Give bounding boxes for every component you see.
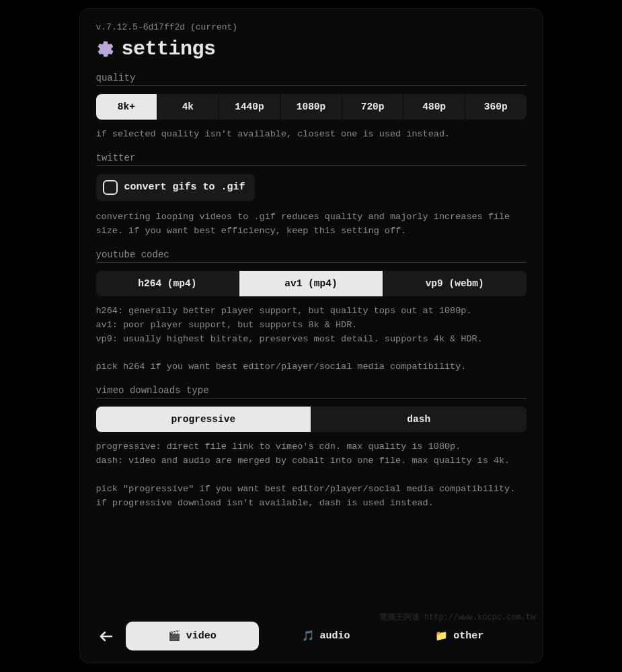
quality-option[interactable]: 4k: [157, 94, 219, 120]
tab-audio[interactable]: 🎵audio: [259, 622, 393, 650]
page-title: settings: [122, 38, 216, 60]
codec-option[interactable]: av1 (mp4): [239, 271, 383, 296]
tabs: 🎬video🎵audio📁other: [126, 622, 527, 650]
quality-option[interactable]: 8k+: [96, 94, 157, 120]
checkbox-box-icon: [103, 180, 118, 195]
twitter-gif-checkbox-label: convert gifs to .gif: [124, 181, 245, 193]
tab-other[interactable]: 📁other: [393, 622, 527, 650]
quality-option[interactable]: 1440p: [219, 94, 280, 120]
title-row: settings: [96, 38, 527, 60]
twitter-help: converting looping videos to .gif reduce…: [96, 210, 527, 239]
vimeo-group: progressivedash: [96, 407, 527, 432]
quality-label: quality: [96, 73, 527, 86]
quality-option[interactable]: 480p: [403, 94, 465, 120]
codec-option[interactable]: h264 (mp4): [96, 271, 239, 296]
quality-option[interactable]: 720p: [342, 94, 403, 120]
back-button[interactable]: [96, 626, 116, 646]
quality-option[interactable]: 1080p: [280, 94, 342, 120]
twitter-label: twitter: [96, 153, 527, 166]
audio-tab-label: audio: [320, 630, 350, 642]
other-tab-label: other: [453, 630, 483, 642]
quality-help: if selected quality isn't available, clo…: [96, 128, 527, 142]
vimeo-label: vimeo downloads type: [96, 385, 527, 398]
codec-group: h264 (mp4)av1 (mp4)vp9 (webm): [96, 271, 527, 296]
codec-label: youtube codec: [96, 249, 527, 263]
other-tab-icon: 📁: [435, 630, 448, 642]
twitter-gif-checkbox[interactable]: convert gifs to .gif: [96, 174, 255, 201]
version-text: v.7.12.5-6d17ff2d (current): [96, 22, 527, 32]
quality-option[interactable]: 360p: [465, 94, 527, 120]
gear-icon: [96, 40, 115, 58]
settings-panel: v.7.12.5-6d17ff2d (current) settings qua…: [79, 8, 543, 663]
vimeo-option[interactable]: progressive: [96, 407, 311, 432]
codec-option[interactable]: vp9 (webm): [383, 271, 527, 296]
video-tab-icon: 🎬: [168, 630, 181, 642]
codec-help: h264: generally better player support, b…: [96, 304, 527, 375]
vimeo-help: progressive: direct file link to vimeo's…: [96, 440, 527, 511]
tab-video[interactable]: 🎬video: [126, 622, 260, 650]
vimeo-option[interactable]: dash: [311, 407, 527, 432]
bottom-bar: 🎬video🎵audio📁other: [96, 614, 527, 650]
settings-scroll: quality 8k+4k1440p1080p720p480p360p if s…: [96, 73, 527, 614]
audio-tab-icon: 🎵: [302, 630, 315, 642]
quality-group: 8k+4k1440p1080p720p480p360p: [96, 94, 527, 120]
video-tab-label: video: [186, 630, 217, 642]
